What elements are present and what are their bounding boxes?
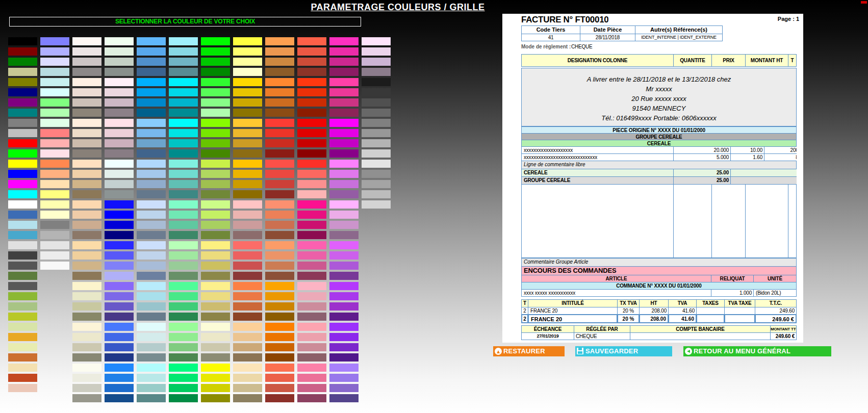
color-swatch[interactable]	[233, 221, 262, 229]
color-swatch[interactable]	[265, 343, 294, 351]
color-swatch[interactable]	[137, 364, 166, 372]
color-swatch[interactable]	[40, 109, 69, 117]
color-swatch[interactable]	[233, 149, 262, 158]
color-swatch[interactable]	[169, 211, 198, 219]
color-swatch[interactable]	[265, 353, 294, 362]
color-swatch[interactable]	[201, 374, 230, 382]
color-swatch[interactable]	[8, 180, 37, 188]
color-swatch[interactable]	[233, 364, 262, 372]
color-swatch[interactable]	[169, 292, 198, 300]
color-swatch[interactable]	[201, 78, 230, 86]
color-swatch[interactable]	[362, 88, 391, 96]
color-swatch[interactable]	[265, 251, 294, 260]
color-swatch[interactable]	[8, 68, 37, 76]
color-swatch[interactable]	[265, 190, 294, 198]
color-swatch[interactable]	[329, 262, 359, 270]
color-swatch[interactable]	[201, 211, 230, 219]
color-swatch[interactable]	[297, 262, 326, 270]
color-swatch[interactable]	[329, 231, 359, 239]
color-swatch[interactable]	[8, 221, 37, 229]
color-swatch[interactable]	[8, 200, 37, 209]
color-swatch[interactable]	[169, 190, 198, 198]
color-swatch[interactable]	[169, 333, 198, 341]
color-swatch[interactable]	[105, 292, 134, 300]
color-swatch[interactable]	[362, 78, 391, 86]
color-swatch[interactable]	[265, 394, 294, 402]
color-swatch[interactable]	[72, 109, 101, 117]
color-swatch[interactable]	[137, 200, 166, 209]
color-swatch[interactable]	[137, 231, 166, 239]
color-swatch[interactable]	[137, 37, 166, 45]
color-swatch[interactable]	[169, 78, 198, 86]
color-swatch[interactable]	[105, 343, 134, 351]
color-swatch[interactable]	[169, 129, 198, 137]
color-swatch[interactable]	[297, 211, 326, 219]
color-swatch[interactable]	[72, 343, 101, 351]
color-swatch[interactable]	[40, 68, 69, 76]
color-swatch[interactable]	[72, 129, 101, 137]
color-swatch[interactable]	[233, 251, 262, 260]
color-swatch[interactable]	[201, 98, 230, 107]
color-swatch[interactable]	[137, 180, 166, 188]
color-swatch[interactable]	[329, 313, 359, 321]
color-swatch[interactable]	[40, 149, 69, 158]
color-swatch[interactable]	[329, 180, 359, 188]
color-swatch[interactable]	[265, 68, 294, 76]
color-swatch[interactable]	[297, 149, 326, 158]
color-swatch[interactable]	[201, 302, 230, 311]
color-swatch[interactable]	[137, 47, 166, 56]
color-swatch[interactable]	[297, 343, 326, 351]
color-swatch[interactable]	[265, 231, 294, 239]
color-swatch[interactable]	[169, 68, 198, 76]
color-swatch[interactable]	[297, 364, 326, 372]
color-swatch[interactable]	[169, 98, 198, 107]
color-swatch[interactable]	[233, 58, 262, 66]
color-swatch[interactable]	[297, 323, 326, 331]
color-swatch[interactable]	[265, 292, 294, 300]
color-swatch[interactable]	[169, 323, 198, 331]
color-swatch[interactable]	[72, 262, 101, 270]
color-swatch[interactable]	[105, 221, 134, 229]
color-swatch[interactable]	[201, 313, 230, 321]
color-swatch[interactable]	[137, 251, 166, 260]
color-swatch[interactable]	[40, 221, 69, 229]
color-swatch[interactable]	[265, 129, 294, 137]
color-swatch[interactable]	[8, 170, 37, 178]
color-swatch[interactable]	[297, 241, 326, 249]
color-swatch[interactable]	[72, 241, 101, 249]
color-swatch[interactable]	[329, 78, 359, 86]
color-swatch[interactable]	[201, 221, 230, 229]
color-swatch[interactable]	[297, 221, 326, 229]
color-swatch[interactable]	[233, 292, 262, 300]
color-swatch[interactable]	[265, 119, 294, 127]
color-swatch[interactable]	[169, 149, 198, 158]
color-swatch[interactable]	[265, 180, 294, 188]
color-swatch[interactable]	[169, 384, 198, 392]
color-swatch[interactable]	[8, 231, 37, 239]
color-swatch[interactable]	[233, 343, 262, 351]
color-swatch[interactable]	[297, 313, 326, 321]
color-swatch[interactable]	[8, 78, 37, 86]
color-swatch[interactable]	[169, 262, 198, 270]
color-swatch[interactable]	[297, 88, 326, 96]
color-swatch[interactable]	[105, 98, 134, 107]
color-swatch[interactable]	[8, 47, 37, 56]
color-swatch[interactable]	[329, 323, 359, 331]
color-swatch[interactable]	[201, 343, 230, 351]
color-swatch[interactable]	[105, 323, 134, 331]
color-swatch[interactable]	[72, 292, 101, 300]
color-swatch[interactable]	[265, 88, 294, 96]
color-swatch[interactable]	[362, 129, 391, 137]
color-swatch[interactable]	[169, 231, 198, 239]
color-swatch[interactable]	[8, 109, 37, 117]
color-swatch[interactable]	[72, 37, 101, 45]
color-swatch[interactable]	[329, 272, 359, 280]
color-swatch[interactable]	[8, 160, 37, 168]
color-swatch[interactable]	[233, 241, 262, 249]
color-swatch[interactable]	[297, 47, 326, 56]
color-swatch[interactable]	[233, 374, 262, 382]
color-swatch[interactable]	[233, 394, 262, 402]
color-swatch[interactable]	[8, 119, 37, 127]
color-swatch[interactable]	[233, 190, 262, 198]
color-swatch[interactable]	[297, 200, 326, 209]
